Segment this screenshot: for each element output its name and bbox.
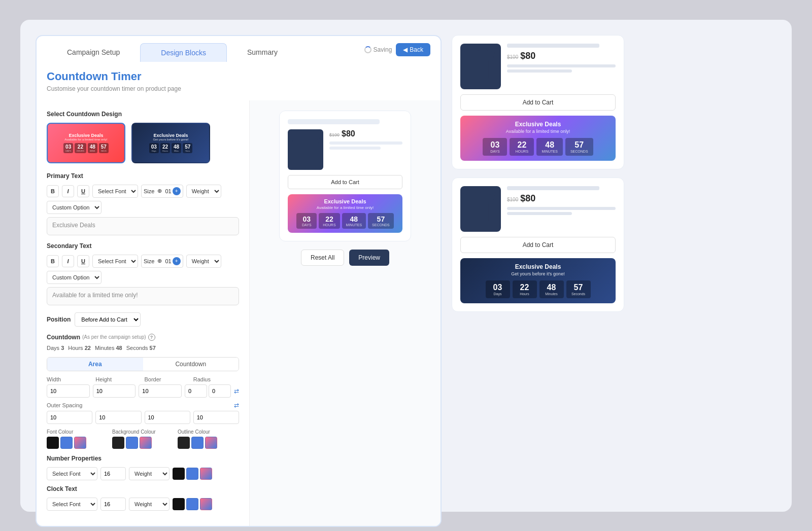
spacing-input3[interactable] [145, 411, 190, 424]
primary-weight-select[interactable]: Weight [186, 185, 221, 198]
preview-add-to-cart-btn[interactable]: Add to Cart [288, 175, 402, 189]
tabs-header: Campaign Setup Design Blocks Summary Sav… [37, 36, 441, 62]
primary-size-label: Size [144, 188, 154, 194]
num-font-select[interactable]: Select Font [47, 467, 97, 480]
num-color-black[interactable] [173, 468, 185, 480]
area-tab-countdown[interactable]: Countdown [143, 358, 239, 371]
bg-color-gradient[interactable] [140, 437, 152, 449]
secondary-text-input[interactable]: Available for a limited time only! [47, 287, 239, 305]
preview-panel: $100 $80 Add to Cart Exclusive Deals [250, 100, 441, 526]
secondary-bold-btn[interactable]: B [47, 255, 59, 267]
tab-summary[interactable]: Summary [227, 43, 298, 62]
number-props-controls: Select Font Weight [47, 467, 239, 480]
design-option-red[interactable]: Exclusive Deals Available for a limited … [47, 123, 125, 163]
spacing-input2[interactable] [95, 411, 141, 424]
preview-card: $100 $80 Add to Cart Exclusive Deals [279, 111, 411, 241]
design-opt2-subtitle: Get yours before it's gone! [153, 138, 188, 141]
primary-underline-btn[interactable]: U [77, 185, 89, 197]
spacing-input4[interactable] [193, 411, 239, 424]
secondary-underline-btn[interactable]: U [77, 255, 89, 267]
clock-font-select[interactable]: Select Font [47, 498, 97, 511]
design-option-dark[interactable]: Exclusive Deals Get yours before it's go… [131, 123, 210, 163]
countdown-info-icon[interactable]: ? [148, 334, 155, 341]
spacing-input1[interactable] [47, 411, 92, 424]
preview-banner-subtitle: Available for a limited time only! [293, 205, 397, 210]
preview-seconds-unit: 57 SECONDS [368, 213, 394, 229]
preview-banner-countdown: 03 DAYS 22 HOURS 48 MINUTES [293, 213, 397, 229]
area-tab-area[interactable]: Area [47, 358, 143, 371]
font-color-blue[interactable] [60, 437, 73, 449]
tab-campaign-setup[interactable]: Campaign Setup [47, 43, 140, 62]
clock-text-label: Clock Text [47, 485, 239, 492]
opt2-hours: 22 Hours [160, 143, 170, 153]
secondary-text-section: Secondary Text B I U Select Font Size ⊕ … [47, 242, 239, 305]
secondary-italic-btn[interactable]: I [62, 255, 74, 267]
outer-spacing-section: Outer Spacing ⇄ [47, 402, 239, 424]
color-row: Font Colour Background Colour [47, 429, 239, 449]
bg-color-label: Background Colour [112, 429, 174, 435]
bg-color-dark[interactable] [112, 437, 124, 449]
clock-size-input[interactable] [100, 498, 126, 511]
height-label: Height [95, 376, 141, 382]
countdown-hours: Hours 22 [68, 345, 91, 351]
radius-input1[interactable] [185, 384, 207, 398]
num-color-gradient[interactable] [200, 468, 212, 480]
outline-color-blue[interactable] [191, 437, 204, 449]
font-color-gradient[interactable] [74, 437, 86, 449]
clock-text-section: Clock Text Select Font Weight [47, 485, 239, 511]
dimensions-section: Width Height Border Radius ⇄ [47, 376, 239, 398]
radius-input2[interactable] [209, 384, 231, 398]
font-color-black[interactable] [47, 437, 59, 449]
right-card1-add-btn[interactable]: Add to Cart [460, 94, 616, 111]
secondary-size-control: Size ⊕ 01 + [141, 255, 183, 268]
spacing-inputs [47, 411, 239, 424]
reset-all-button[interactable]: Reset All [301, 250, 344, 266]
preview-shirt [288, 129, 323, 170]
primary-font-select[interactable]: Select Font [92, 185, 138, 198]
num-color-blue[interactable] [186, 468, 198, 480]
border-input[interactable] [139, 384, 182, 398]
spacing-link-icon[interactable]: ⇄ [234, 402, 239, 409]
right-card2-add-btn[interactable]: Add to Cart [460, 237, 616, 253]
desc-line-1 [329, 141, 402, 145]
num-weight-select[interactable]: Weight [129, 467, 170, 480]
num-size-input[interactable] [100, 467, 126, 480]
primary-size-circle: ⊕ [157, 188, 162, 194]
opt2-minutes: 48 Mins [172, 143, 181, 153]
clock-color-gradient[interactable] [200, 498, 212, 510]
right-card1-price-row: $100 $80 [507, 51, 616, 61]
preview-banner-title: Exclusive Deals [293, 198, 397, 204]
shirt-icon [292, 133, 320, 166]
height-input[interactable] [93, 384, 136, 398]
preview-button[interactable]: Preview [349, 250, 389, 266]
primary-text-input[interactable]: Exclusive Deals [47, 217, 239, 235]
secondary-size-up-btn[interactable]: + [173, 257, 181, 265]
tab-design-blocks[interactable]: Design Blocks [140, 43, 227, 62]
secondary-option-select[interactable]: Custom Option [47, 271, 101, 284]
right-card2-banner: Exclusive Deals Get yours before it's go… [460, 258, 616, 303]
border-label: Border [145, 376, 190, 382]
primary-size-up-btn[interactable]: + [173, 187, 181, 195]
primary-bold-btn[interactable]: B [47, 185, 59, 197]
right-card1-desc1 [507, 64, 616, 67]
right-panel: $100 $80 Add to Cart Exclusive Deals Ava… [452, 35, 624, 312]
outline-color-gradient[interactable] [205, 437, 217, 449]
clock-color-blue[interactable] [186, 498, 198, 510]
secondary-font-select[interactable]: Select Font [92, 255, 138, 268]
design-opt1-title: Exclusive Deals [69, 133, 103, 138]
saving-indicator: Saving [364, 46, 392, 53]
clock-weight-select[interactable]: Weight [129, 498, 170, 511]
back-button[interactable]: ◀ Back [396, 43, 430, 56]
clock-color-black[interactable] [173, 498, 185, 510]
outline-color-label: Outline Colour [178, 429, 239, 435]
primary-italic-btn[interactable]: I [62, 185, 74, 197]
number-properties-section: Number Properties Select Font Weight [47, 455, 239, 480]
width-input[interactable] [47, 384, 90, 398]
primary-size-value: 01 [165, 188, 171, 194]
dimension-link-icon[interactable]: ⇄ [234, 387, 239, 395]
bg-color-blue[interactable] [126, 437, 138, 449]
primary-option-select[interactable]: Custom Option [47, 201, 101, 214]
position-select[interactable]: Before Add to Cart [75, 312, 141, 327]
secondary-weight-select[interactable]: Weight [186, 255, 221, 268]
outline-color-dark[interactable] [178, 437, 190, 449]
